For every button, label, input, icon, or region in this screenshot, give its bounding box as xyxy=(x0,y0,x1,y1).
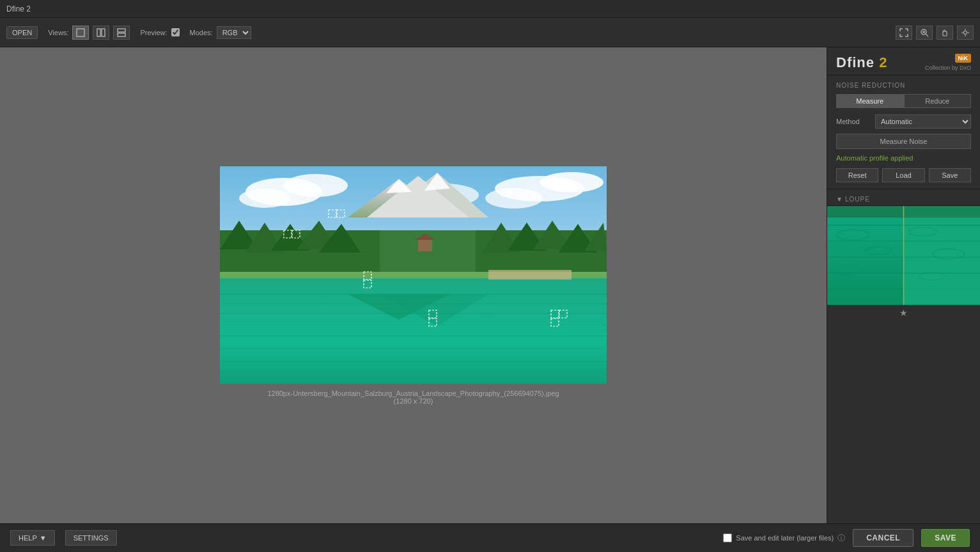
svg-rect-57 xyxy=(488,270,572,280)
auto-profile-text: Automatic profile applied xyxy=(836,154,971,162)
svg-point-20 xyxy=(284,174,348,197)
noise-reduction-section: NOISE REDUCTION Measure Reduce Method Au… xyxy=(827,75,980,189)
fit-button[interactable] xyxy=(896,26,912,40)
noise-reduction-title: NOISE REDUCTION xyxy=(836,82,971,89)
logo-box: NiK xyxy=(955,54,972,63)
open-group: OPEN xyxy=(6,26,38,39)
image-container: 1280px-Untersberg_Mountain_Salzburg_Aust… xyxy=(220,166,607,405)
save-profile-button[interactable]: Save xyxy=(929,168,971,182)
main-area: 1280px-Untersberg_Mountain_Salzburg_Aust… xyxy=(0,47,980,523)
svg-rect-0 xyxy=(77,29,84,36)
svg-rect-72 xyxy=(904,206,981,304)
panel-header: Dfine 2 NiK Collection by DxO xyxy=(827,47,980,75)
star-icon: ★ xyxy=(899,308,908,318)
loupe-collapse-icon: ▼ xyxy=(836,196,843,203)
svg-rect-1 xyxy=(97,29,100,36)
load-button[interactable]: Load xyxy=(882,168,924,182)
panel-title-number: 2 xyxy=(879,54,887,70)
save-edit-group: Save and edit later (larger files) ⓘ xyxy=(723,533,845,544)
save-edit-label: Save and edit later (larger files) xyxy=(736,534,834,542)
fit-icon xyxy=(899,28,908,37)
title-bar: Dfine 2 xyxy=(0,0,980,18)
modes-label: Modes: xyxy=(190,29,213,36)
preview-label: Preview: xyxy=(140,29,167,36)
bottom-left: HELP ▼ SETTINGS xyxy=(10,530,117,546)
svg-point-21 xyxy=(239,189,290,208)
view-split-v-icon xyxy=(117,28,126,37)
main-image xyxy=(220,166,607,384)
cancel-button[interactable]: CANCEL xyxy=(853,529,914,547)
preview-checkbox[interactable] xyxy=(171,28,180,36)
zoom-in-button[interactable] xyxy=(916,26,933,40)
view-single-button[interactable] xyxy=(72,26,89,40)
app-title: Dfine 2 xyxy=(6,4,31,13)
loupe-svg xyxy=(827,206,980,305)
svg-point-23 xyxy=(540,172,603,193)
svg-rect-44 xyxy=(418,240,432,251)
action-row: Reset Load Save xyxy=(836,168,971,182)
method-select[interactable]: Automatic xyxy=(875,114,971,129)
hand-icon xyxy=(940,28,949,37)
help-button[interactable]: HELP ▼ xyxy=(10,530,55,546)
settings-tool-button[interactable] xyxy=(957,26,974,40)
settings-button[interactable]: SETTINGS xyxy=(65,530,117,546)
svg-rect-2 xyxy=(102,29,105,36)
help-dropdown-icon: ▼ xyxy=(40,534,47,542)
save-edit-checkbox[interactable] xyxy=(723,533,732,542)
bottom-bar: HELP ▼ SETTINGS Save and edit later (lar… xyxy=(0,523,980,552)
zoom-in-icon xyxy=(920,28,929,37)
svg-rect-85 xyxy=(904,206,981,217)
reset-button[interactable]: Reset xyxy=(836,168,878,182)
image-caption: 1280px-Untersberg_Mountain_Salzburg_Aust… xyxy=(220,390,607,405)
modes-select[interactable]: RGB xyxy=(217,26,251,39)
svg-rect-4 xyxy=(118,33,125,36)
method-row: Method Automatic xyxy=(836,114,971,129)
svg-line-6 xyxy=(926,34,928,36)
modes-group: Modes: RGB xyxy=(190,26,251,39)
loupe-title: LOUPE xyxy=(845,196,870,203)
method-label: Method xyxy=(836,118,871,125)
canvas-area: 1280px-Untersberg_Mountain_Salzburg_Aust… xyxy=(0,47,827,523)
dimensions: (1280 x 720) xyxy=(220,397,607,405)
filename: 1280px-Untersberg_Mountain_Salzburg_Aust… xyxy=(220,390,607,397)
view-split-h-button[interactable] xyxy=(93,26,109,40)
view-single-icon xyxy=(76,28,85,37)
open-button[interactable]: OPEN xyxy=(6,26,38,39)
tab-reduce-button[interactable]: Reduce xyxy=(904,94,972,108)
settings-icon xyxy=(961,28,970,37)
toolbar: OPEN Views: Preview: Modes: RGB xyxy=(0,18,980,47)
view-split-h-icon xyxy=(97,28,105,37)
tab-measure-button[interactable]: Measure xyxy=(836,94,904,108)
svg-rect-84 xyxy=(827,206,904,217)
panel-logo: Dfine 2 xyxy=(836,54,887,71)
info-icon[interactable]: ⓘ xyxy=(837,533,845,544)
views-group: Views: xyxy=(48,26,130,40)
save-button[interactable]: SAVE xyxy=(921,529,970,547)
right-panel: Dfine 2 NiK Collection by DxO NOISE REDU… xyxy=(827,47,980,523)
loupe-section: ▼ LOUPE xyxy=(827,189,980,324)
loupe-header[interactable]: ▼ LOUPE xyxy=(827,193,980,206)
loupe-footer: ★ xyxy=(827,305,980,320)
svg-rect-71 xyxy=(827,206,904,304)
svg-rect-3 xyxy=(118,29,125,32)
panel-title: Dfine 2 xyxy=(836,54,887,71)
measure-noise-button[interactable]: Measure Noise xyxy=(836,134,971,149)
svg-point-13 xyxy=(964,31,967,34)
view-split-v-button[interactable] xyxy=(113,26,130,40)
svg-point-24 xyxy=(485,188,543,209)
preview-group: Preview: xyxy=(140,28,179,36)
collection-text: Collection by DxO xyxy=(925,65,971,71)
views-label: Views: xyxy=(48,29,68,36)
svg-rect-9 xyxy=(943,31,947,36)
bottom-right: Save and edit later (larger files) ⓘ CAN… xyxy=(723,529,970,547)
canvas-tools-group xyxy=(896,26,974,40)
hand-tool-button[interactable] xyxy=(937,26,953,40)
loupe-image xyxy=(827,206,980,305)
tab-row: Measure Reduce xyxy=(836,94,971,108)
